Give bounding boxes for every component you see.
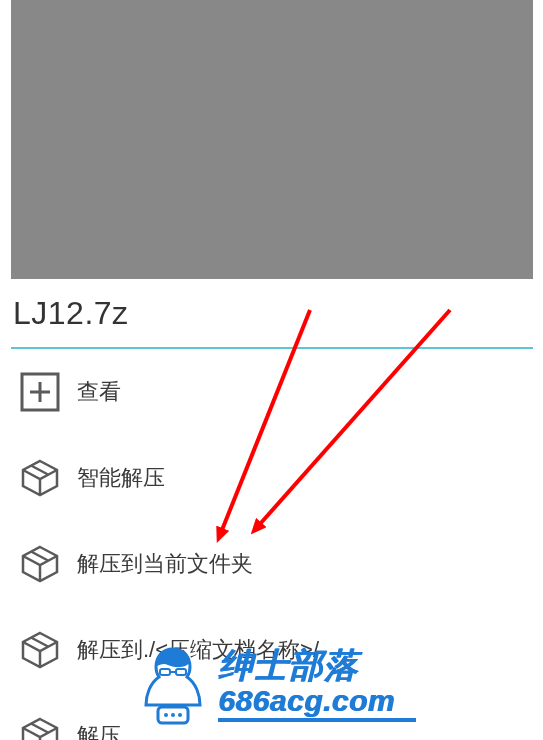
- app-root: LJ12.7z 查看 智能解压: [0, 0, 543, 740]
- menu-item-label: 解压到当前文件夹: [77, 549, 253, 579]
- menu-item-smart-extract[interactable]: 智能解压: [11, 435, 533, 521]
- menu-item-extract-here[interactable]: 解压到当前文件夹: [11, 521, 533, 607]
- svg-point-17: [171, 713, 175, 717]
- filename-row: LJ12.7z: [11, 285, 533, 342]
- menu-item-view[interactable]: 查看: [11, 349, 533, 435]
- svg-point-16: [164, 713, 168, 717]
- menu-item-label: 智能解压: [77, 463, 165, 493]
- svg-rect-12: [160, 669, 170, 675]
- box-icon: [19, 457, 61, 499]
- watermark-underline: [218, 718, 416, 722]
- svg-point-18: [178, 713, 182, 717]
- file-preview-area: [11, 0, 533, 279]
- box-icon: [19, 715, 61, 740]
- plus-icon: [19, 371, 61, 413]
- watermark-line2: 686acg.com: [218, 686, 416, 716]
- watermark-text: 绅士部落 686acg.com: [218, 648, 416, 722]
- avatar-icon: [142, 643, 204, 727]
- watermark: 绅士部落 686acg.com: [142, 640, 422, 730]
- svg-rect-13: [176, 669, 186, 675]
- watermark-line1: 绅士部落: [218, 648, 416, 682]
- menu-item-label: 解压..: [77, 721, 133, 740]
- menu-item-label: 查看: [77, 377, 121, 407]
- filename-text: LJ12.7z: [13, 295, 129, 332]
- box-icon: [19, 543, 61, 585]
- box-icon: [19, 629, 61, 671]
